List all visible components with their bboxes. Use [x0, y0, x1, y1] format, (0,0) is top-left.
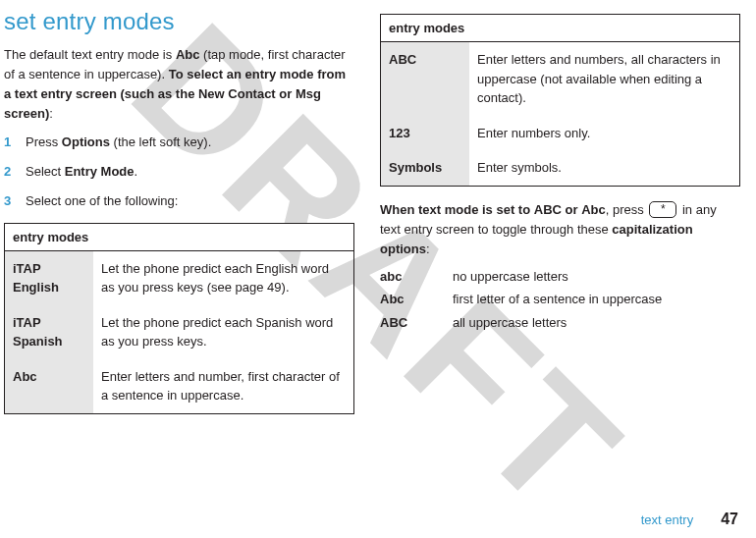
cap-mode: ABC: [380, 313, 453, 333]
steps-list: 1 Press Options (the left soft key). 2 S…: [4, 133, 354, 211]
page-heading: set entry modes: [4, 8, 354, 35]
para-text: or: [562, 202, 581, 217]
step-text: .: [135, 164, 138, 179]
mode-name: 123: [389, 126, 410, 140]
mode-desc: Enter numbers only.: [469, 116, 740, 151]
step-text: Select: [26, 164, 65, 179]
step-number: 2: [4, 162, 11, 182]
table-row: iTAP Spanish Let the phone predict each …: [5, 305, 354, 359]
star-key-icon: *: [649, 201, 676, 218]
step-text: Press: [26, 134, 62, 149]
cap-mode: abc: [380, 267, 453, 287]
para-text: , press: [606, 202, 648, 217]
cap-desc: first letter of a sentence in uppercase: [453, 290, 662, 309]
mode-name: Abc: [13, 369, 37, 384]
mode-name: ABC: [389, 52, 416, 67]
table-row: Abc Enter letters and number, first char…: [5, 359, 354, 414]
entry-modes-table-right: entry modes ABC Enter letters and number…: [380, 14, 740, 187]
step-key: Options: [62, 134, 110, 149]
step-number: 3: [4, 191, 11, 211]
cap-row: Abc first letter of a sentence in upperc…: [380, 290, 740, 309]
capitalization-list: abc no uppercase letters Abc first lette…: [380, 267, 740, 333]
footer-section: text entry: [641, 512, 693, 527]
mode-desc: Enter symbols.: [469, 150, 740, 186]
mode-name: iTAP Spanish: [13, 315, 63, 350]
para-text: :: [426, 242, 430, 256]
para-mode: Abc: [581, 202, 606, 217]
entry-modes-table-left: entry modes iTAP English Let the phone p…: [4, 223, 354, 414]
table-header: entry modes: [5, 223, 354, 250]
step-item: 3 Select one of the following:: [4, 191, 354, 211]
step-key: Entry Mode: [65, 164, 135, 179]
table-row: Symbols Enter symbols.: [381, 150, 740, 186]
step-text: (the left soft key).: [110, 134, 211, 149]
table-row: iTAP English Let the phone predict each …: [5, 250, 354, 305]
page-footer: text entry47: [641, 511, 738, 528]
step-number: 1: [4, 133, 11, 152]
para-mode: ABC: [534, 202, 562, 217]
step-text: Select one of the following:: [26, 193, 178, 208]
table-row: ABC Enter letters and numbers, all chara…: [381, 42, 740, 116]
intro-paragraph: The default text entry mode is Abc (tap …: [4, 45, 354, 125]
mode-name: Symbols: [389, 160, 442, 175]
mode-desc: Let the phone predict each Spanish word …: [93, 305, 354, 359]
mode-desc: Let the phone predict each English word …: [93, 250, 354, 305]
step-item: 2 Select Entry Mode.: [4, 162, 354, 182]
intro-text: :: [49, 106, 53, 121]
table-header: entry modes: [381, 15, 740, 42]
intro-text: The default text entry mode is: [4, 47, 176, 62]
para-text: When text mode is set to: [380, 202, 534, 217]
mode-desc: Enter letters and numbers, all character…: [469, 42, 740, 116]
mode-desc: Enter letters and number, first characte…: [93, 359, 354, 414]
mode-name: iTAP English: [13, 261, 59, 296]
intro-mode: Abc: [176, 47, 200, 62]
capitalization-paragraph: When text mode is set to ABC or Abc, pre…: [380, 200, 740, 259]
cap-desc: no uppercase letters: [453, 267, 568, 287]
table-row: 123 Enter numbers only.: [381, 116, 740, 151]
cap-desc: all uppercase letters: [453, 313, 567, 333]
cap-row: ABC all uppercase letters: [380, 313, 740, 333]
cap-mode: Abc: [380, 290, 453, 309]
footer-page-number: 47: [721, 511, 738, 527]
cap-row: abc no uppercase letters: [380, 267, 740, 287]
step-item: 1 Press Options (the left soft key).: [4, 133, 354, 152]
